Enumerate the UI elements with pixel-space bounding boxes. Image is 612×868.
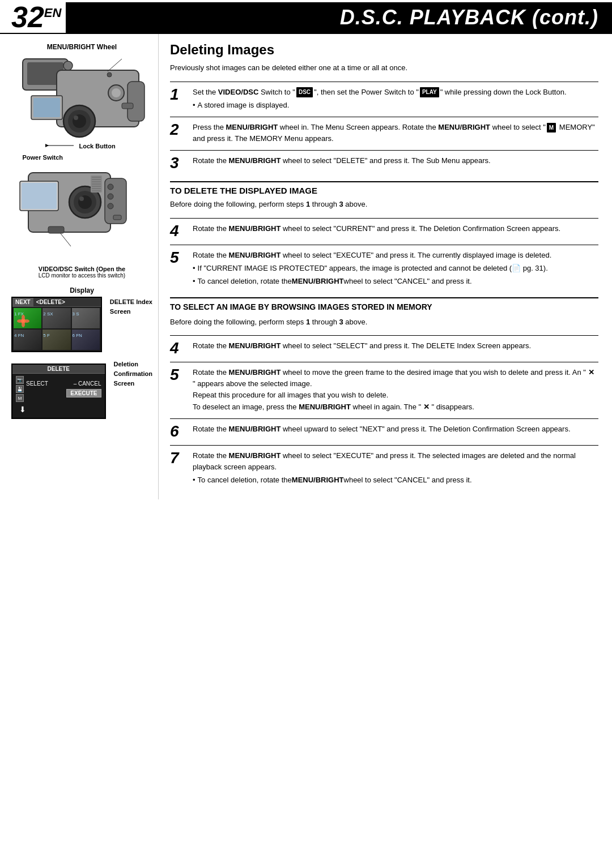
step-3-text: Rotate the MENU/BRIGHT wheel to select "… [193,155,491,166]
svg-line-26 [60,232,71,246]
dis-cell-img-1: 1 FX [14,308,41,328]
m-badge: M [547,123,556,133]
dis-cell-6: 6 FN [72,330,100,350]
play-badge: PLAY [420,87,439,97]
deletion-confirm-screen: DELETE 📷 💾 M SELECT [11,364,106,419]
dsc-badge: DSC [296,87,313,97]
dis-delete-label: <DELETE> [33,298,68,306]
svg-point-29 [108,194,113,199]
svg-point-24 [79,196,84,201]
dis-cell-2: 2 SX [42,308,70,328]
dcs-header: DELETE [12,365,105,374]
svg-point-2 [63,61,73,70]
page-title: D.S.C. PLAYBACK (cont.) [340,6,598,29]
left-column: MENU/BRIGHT Wheel [0,34,159,499]
step-3-number: 3 [170,155,188,171]
deletion-confirm-label3: Screen [114,380,152,387]
step-4-number: 4 [170,223,188,239]
svg-point-12 [107,72,112,77]
lock-button-label: Lock Button [79,143,116,149]
power-switch-label: Power Switch [23,154,63,161]
svg-line-11 [108,59,122,71]
dcs-icon-camera: 📷 [16,376,24,384]
dis-cell-img-4: 4 FN [14,330,41,350]
step-5-text: Rotate the MENU/BRIGHT wheel to select "… [193,250,551,287]
dis-cell-img-2: 2 SX [42,308,70,328]
dis-cell-4: 4 FN [14,330,41,350]
dcs-execute-label: EXECUTE [66,389,101,397]
step-1-text: Set the VIDEO/DSC Switch to "DSC", then … [193,87,567,111]
delete-index-screen-label2: Screen [110,308,152,315]
dcs-select-label: SELECT [26,380,48,387]
dcs-body: 📷 💾 M SELECT – CANCEL EXECUTE [12,374,105,418]
step-5-number: 5 [170,250,188,266]
step-6: 6 Rotate the MENU/BRIGHT wheel upward to… [170,418,598,439]
step-7: 7 Rotate the MENU/BRIGHT wheel to select… [170,445,598,486]
svg-rect-31 [113,215,121,220]
dcs-arrow: ⬇ [16,403,101,416]
svg-marker-17 [45,144,49,147]
svg-point-30 [108,203,113,209]
delete-index-screen-label: DELETE Index [110,298,152,305]
dis-cell-img-3: 3 S [72,308,100,328]
video-dsc-sub: LCD monitor to access this switch) [39,272,125,279]
svg-rect-27 [48,226,64,233]
step-6-number: 6 [170,424,188,439]
page-header: 32EN D.S.C. PLAYBACK (cont.) [0,0,612,34]
dis-cell-1: 1 FX [14,308,41,328]
svg-point-44 [24,319,29,323]
svg-rect-8 [128,82,144,121]
page-number: 32EN [0,2,66,33]
step-3: 3 Rotate the MENU/BRIGHT wheel to select… [170,150,598,171]
dis-next-label: NEXT [12,298,33,306]
page-title-block: D.S.C. PLAYBACK (cont.) [66,2,612,33]
display-label: Display [11,287,152,294]
step-5-bullet-2: To cancel deletion, rotate the MENU/BRIG… [193,276,551,287]
step-2-text: Press the MENU/BRIGHT wheel in. The Menu… [193,122,598,144]
step-5: 5 Rotate the MENU/BRIGHT wheel to select… [170,245,598,287]
svg-point-7 [74,116,78,120]
dcs-execute-row: EXECUTE [26,389,101,397]
svg-point-28 [108,184,113,190]
camera-top-diagram: MENU/BRIGHT Wheel [11,43,152,161]
deletion-confirm-label2: Confirmation [114,370,152,377]
step-1-bullet: A stored image is displayed. [193,100,567,111]
step-5b-text: Rotate the MENU/BRIGHT wheel to move the… [193,367,598,413]
sub-section-2-title: To Select an Image by Browsing Images St… [170,297,598,313]
dis-cell-img-6: 6 FN [72,330,100,350]
step-7-number: 7 [170,450,188,466]
svg-point-43 [17,319,23,323]
step-7-bullet: To cancel deletion, rotate the MENU/BRIG… [193,474,598,486]
camera-bottom-diagram: VIDEO/DSC Switch (Open the LCD monitor t… [11,167,152,279]
step-4b-text: Rotate the MENU/BRIGHT wheel to select "… [193,340,531,352]
step-2-number: 2 [170,122,188,138]
svg-point-41 [22,315,25,320]
step-2: 2 Press the MENU/BRIGHT wheel in. The Me… [170,117,598,144]
sub-section-2-intro: Before doing the following, perform step… [170,317,598,328]
svg-point-14 [112,88,121,97]
dcs-cancel-label: – CANCEL [74,380,101,387]
lock-button-arrow [45,141,79,150]
step-5-bullet-1: If "CURRENT IMAGE IS PROTECTED" appears,… [193,263,551,274]
section-title: Deleting Images [170,42,598,58]
video-dsc-label: VIDEO/DSC Switch (Open the [39,266,125,272]
svg-rect-20 [22,183,57,209]
dcs-icon-m: M [16,394,24,402]
svg-rect-15 [122,103,133,109]
menu-bright-wheel-label: MENU/BRIGHT Wheel [47,43,117,51]
dis-cell-3: 3 S [72,308,100,328]
right-column: Deleting Images Previously shot images c… [159,34,612,499]
camera-bottom-svg [17,167,147,263]
step-4b-number: 4 [170,340,188,356]
step-1-number: 1 [170,87,188,102]
step-7-text: Rotate the MENU/BRIGHT wheel to select "… [193,450,598,486]
intro-text: Previously shot images can be deleted ei… [170,62,598,74]
display-area: Display NEXT <DELETE> 1 FX [11,287,152,419]
sub-section-1-intro: Before doing the following, perform step… [170,199,598,210]
step-6-text: Rotate the MENU/BRIGHT wheel upward to s… [193,424,571,435]
delete-index-screen: NEXT <DELETE> 1 FX [11,297,102,352]
svg-point-42 [22,322,25,327]
step-5b-number: 5 [170,367,188,383]
main-content: MENU/BRIGHT Wheel [0,34,612,499]
svg-rect-10 [33,98,60,117]
